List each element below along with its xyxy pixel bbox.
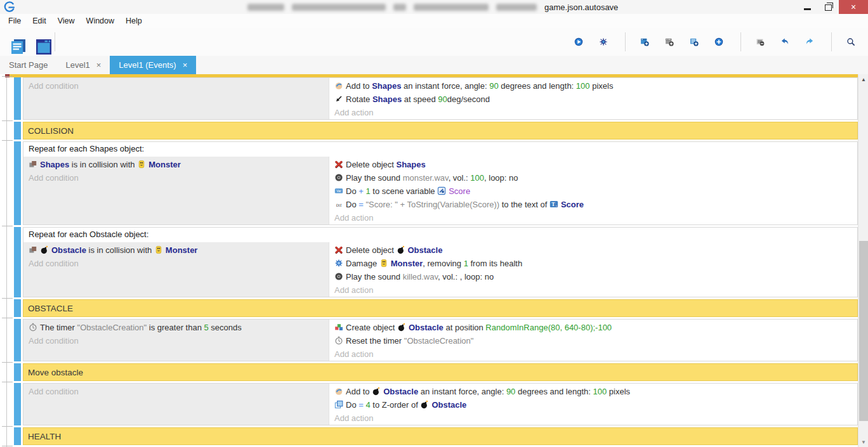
condition-line[interactable]: Obstacle is in collision with Monster [29,243,329,257]
toolbar-separator [740,32,741,51]
add-action-placeholder[interactable]: Add action [334,106,857,119]
tab-start-page[interactable]: Start Page [0,56,56,74]
actions-column: Delete object ObstacleDamage Monster, re… [329,242,857,297]
condition-line[interactable]: The timer "ObstacleCreation" is greater … [29,321,329,334]
tab-level1[interactable]: Level1× [56,56,110,74]
scroll-up-arrow[interactable]: ▲ [858,74,868,84]
debug-bug-button[interactable] [595,32,614,51]
event-selection-bar[interactable] [14,122,21,139]
event-block: Add condition Add to Shapes an instant f… [23,77,858,120]
group-header[interactable]: COLLISION [23,122,858,139]
action-line[interactable]: Play the sound monster.wav, vol.: 100, l… [334,171,857,185]
menu-bar: FileEditViewWindowHelp [0,14,868,28]
group-header[interactable]: Move obstacle [23,363,858,381]
add-condition-placeholder[interactable]: Add condition [29,257,329,270]
event-selection-bar[interactable] [14,319,21,361]
scrollbar-thumb[interactable] [859,241,868,421]
debug-bug-icon [599,37,608,46]
search-button[interactable] [843,32,862,51]
action-line[interactable]: Rotate Shapes at speed 90deg/second [334,93,857,106]
add-event-button[interactable] [636,32,655,51]
minimize-button[interactable] [797,0,818,14]
undo-button[interactable] [777,32,796,51]
remove-frame-button[interactable] [752,32,771,51]
action-line[interactable]: txtDo = "Score: " + ToString(Variable(Sc… [334,198,857,211]
event-selection-bar[interactable] [14,141,21,225]
scroll-down-arrow[interactable]: ▼ [858,437,868,447]
group-header[interactable]: OBSTACLE [23,299,858,317]
event-gutter [0,319,23,361]
add-action-placeholder[interactable]: Add action [334,211,857,224]
action-line[interactable]: Damage Monster, removing 1 from its heal… [334,257,857,270]
event-selection-bar[interactable] [14,299,21,317]
action-line[interactable]: Delete object Obstacle [334,243,857,257]
action-line[interactable]: Create object Obstacle at position Rando… [334,321,857,334]
text-segment: Obstacle [51,245,86,255]
event-gutter [0,383,23,425]
tab-close-icon[interactable]: × [96,60,102,70]
add-comment-button[interactable] [686,32,705,51]
text-segment: at speed [402,94,438,104]
toolbar-separator [625,32,626,51]
menu-item-help[interactable]: Help [120,15,148,27]
text-segment: an instant force, angle: [418,387,506,396]
add-action-placeholder[interactable]: Add action [334,347,857,361]
project-manager-icon-button[interactable] [5,32,24,51]
group-header[interactable]: HEALTH [23,427,858,445]
vertical-scrollbar[interactable]: ▲ ▼ [858,74,868,447]
action-line[interactable]: Add to Shapes an instant force, angle: 9… [334,79,857,93]
event-selection-bar[interactable] [14,77,21,120]
event-block: Repeat for each Shapes object: Shapes is… [23,141,858,225]
condition-line[interactable]: Shapes is in collision with Monster [29,158,329,171]
redacted-title-segment [496,4,537,11]
menu-item-file[interactable]: File [3,15,27,27]
play-button[interactable] [570,32,589,51]
event-selection-bar[interactable] [14,383,21,425]
close-button[interactable]: × [839,0,868,14]
add-subevent-button[interactable] [661,32,680,51]
menu-item-window[interactable]: Window [81,15,120,27]
tab-close-icon[interactable]: × [183,60,188,70]
redacted-title-segment [247,4,284,11]
scene-editor-icon-button[interactable] [30,32,49,51]
add-action-placeholder[interactable]: Add action [334,411,857,425]
conditions-column: The timer "ObstacleCreation" is greater … [23,320,329,361]
delete-icon [334,245,343,254]
menu-item-view[interactable]: View [52,15,81,27]
event-selection-bar[interactable] [14,427,21,445]
text-segment: deg/second [447,94,490,104]
add-condition-placeholder[interactable]: Add condition [29,171,329,185]
add-circle-button[interactable] [711,32,730,51]
tab-label: Start Page [9,60,48,70]
text-segment: Add condition [29,173,79,183]
action-line[interactable]: Do = 4 to Z-order of Obstacle [334,398,857,411]
restore-button[interactable] [818,0,839,14]
action-line[interactable]: Play the sound killed.wav, vol.: , loop:… [334,270,857,283]
event-selection-bar[interactable] [14,227,21,297]
redo-button[interactable] [801,32,820,51]
action-line[interactable]: VarDo + 1 to scene variable Score [334,185,857,198]
add-event-icon [640,37,649,46]
delete-icon [334,159,343,168]
action-line[interactable]: Delete object Shapes [334,158,857,171]
add-condition-placeholder[interactable]: Add condition [29,79,329,93]
add-action-placeholder[interactable]: Add action [334,283,857,297]
event-selection-bar[interactable] [14,363,21,381]
foreach-header[interactable]: Repeat for each Obstacle object: [23,228,857,242]
event-row: Add condition Add to Obstacle an instant… [0,383,868,425]
collision-icon [29,159,37,168]
group-header-label: COLLISION [28,126,74,136]
text-segment: Do [346,186,358,196]
add-condition-placeholder[interactable]: Add condition [29,334,329,347]
text-segment: degrees and length: [515,387,593,396]
text-segment: Add condition [29,81,79,91]
menu-item-edit[interactable]: Edit [27,15,52,27]
text-segment: "Score: " + ToString(Variable(Score)) [364,200,499,209]
foreach-header[interactable]: Repeat for each Shapes object: [23,142,857,157]
tab-level1-events-[interactable]: Level1 (Events)× [110,56,196,74]
action-line[interactable]: Add to Obstacle an instant force, angle:… [334,385,857,398]
action-line[interactable]: Reset the timer "ObstacleCreation" [334,334,857,347]
toolbar-right-group [570,32,868,51]
add-condition-placeholder[interactable]: Add condition [29,385,329,398]
bomb-icon [397,322,406,331]
